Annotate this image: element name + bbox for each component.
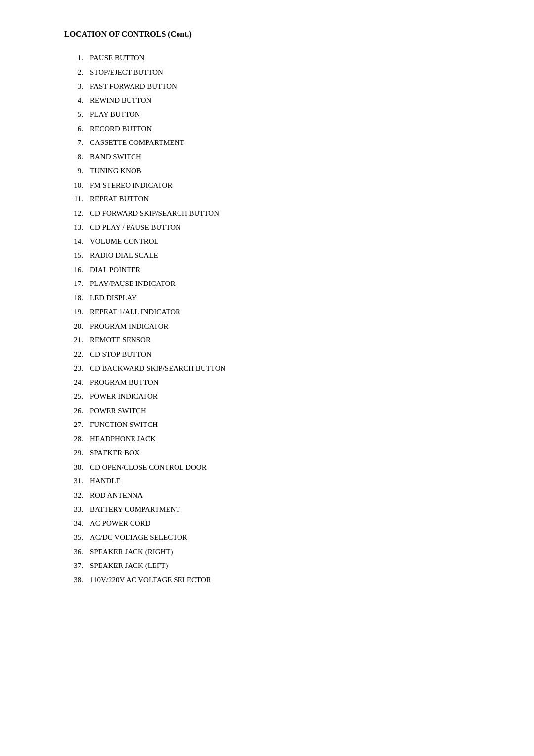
list-number: 3. [64,81,90,92]
list-number: 4. [64,95,90,106]
list-item: 28.HEADPHONE JACK [64,433,485,445]
list-item: 6.RECORD BUTTON [64,123,485,135]
list-number: 18. [64,292,90,304]
list-label: PLAY BUTTON [90,109,140,120]
list-label: DIAL POINTER [90,264,140,276]
list-number: 2. [64,67,90,78]
list-item: 1.PAUSE BUTTON [64,52,485,64]
list-item: 30.CD OPEN/CLOSE CONTROL DOOR [64,462,485,473]
list-number: 22. [64,349,90,360]
list-item: 17.PLAY/PAUSE INDICATOR [64,278,485,289]
list-item: 34.AC POWER CORD [64,518,485,529]
list-number: 12. [64,208,90,219]
list-item: 7.CASSETTE COMPARTMENT [64,137,485,148]
list-item: 5.PLAY BUTTON [64,109,485,120]
list-item: 20.PROGRAM INDICATOR [64,321,485,332]
list-label: ROD ANTENNA [90,490,143,501]
list-label: 110V/220V AC VOLTAGE SELECTOR [90,574,211,586]
list-item: 26.POWER SWITCH [64,405,485,417]
list-label: SPAEKER BOX [90,447,140,459]
list-number: 15. [64,250,90,261]
list-label: PROGRAM BUTTON [90,377,159,388]
list-number: 36. [64,546,90,558]
list-item: 35.AC/DC VOLTAGE SELECTOR [64,532,485,543]
list-label: CASSETTE COMPARTMENT [90,137,184,148]
controls-list: 1.PAUSE BUTTON2.STOP/EJECT BUTTON3.FAST … [64,52,485,585]
list-label: HEADPHONE JACK [90,433,156,445]
list-label: REPEAT 1/ALL INDICATOR [90,306,180,318]
list-label: SPEAKER JACK (RIGHT) [90,546,173,558]
list-item: 11.REPEAT BUTTON [64,193,485,205]
list-item: 37.SPEAKER JACK (LEFT) [64,560,485,571]
list-item: 36.SPEAKER JACK (RIGHT) [64,546,485,558]
list-item: 4.REWIND BUTTON [64,95,485,106]
list-number: 11. [64,193,90,205]
list-label: CD FORWARD SKIP/SEARCH BUTTON [90,208,219,219]
list-number: 34. [64,518,90,529]
list-item: 9.TUNING KNOB [64,165,485,177]
list-item: 33.BATTERY COMPARTMENT [64,504,485,515]
list-label: REWIND BUTTON [90,95,151,106]
list-item: 14.VOLUME CONTROL [64,236,485,247]
list-number: 33. [64,504,90,515]
list-number: 32. [64,490,90,501]
list-label: CD STOP BUTTON [90,349,152,360]
list-number: 17. [64,278,90,289]
list-item: 15.RADIO DIAL SCALE [64,250,485,261]
list-number: 8. [64,151,90,163]
list-label: PROGRAM INDICATOR [90,321,169,332]
list-label: POWER INDICATOR [90,391,158,402]
list-item: 10.FM STEREO INDICATOR [64,180,485,191]
page-title: LOCATION OF CONTROLS (Cont.) [64,30,485,39]
list-number: 1. [64,52,90,64]
list-number: 23. [64,363,90,374]
list-item: 19.REPEAT 1/ALL INDICATOR [64,306,485,318]
list-label: BATTERY COMPARTMENT [90,504,180,515]
list-item: 29.SPAEKER BOX [64,447,485,459]
list-number: 37. [64,560,90,571]
list-label: FAST FORWARD BUTTON [90,81,177,92]
list-label: LED DISPLAY [90,292,137,304]
list-label: VOLUME CONTROL [90,236,159,247]
list-item: 22.CD STOP BUTTON [64,349,485,360]
list-number: 6. [64,123,90,135]
list-number: 35. [64,532,90,543]
list-item: 38.110V/220V AC VOLTAGE SELECTOR [64,574,485,586]
list-item: 18.LED DISPLAY [64,292,485,304]
list-item: 27.FUNCTION SWITCH [64,419,485,430]
list-label: FM STEREO INDICATOR [90,180,172,191]
list-number: 10. [64,180,90,191]
list-label: PAUSE BUTTON [90,52,144,64]
list-item: 13.CD PLAY / PAUSE BUTTON [64,222,485,233]
list-number: 31. [64,475,90,487]
list-number: 27. [64,419,90,430]
list-number: 5. [64,109,90,120]
list-number: 7. [64,137,90,148]
list-number: 19. [64,306,90,318]
list-item: 21.REMOTE SENSOR [64,334,485,346]
list-number: 29. [64,447,90,459]
list-number: 38. [64,574,90,586]
list-item: 8.BAND SWITCH [64,151,485,163]
list-label: POWER SWITCH [90,405,146,417]
list-number: 24. [64,377,90,388]
list-item: 24.PROGRAM BUTTON [64,377,485,388]
list-label: REMOTE SENSOR [90,334,151,346]
list-label: FUNCTION SWITCH [90,419,158,430]
list-label: BAND SWITCH [90,151,141,163]
list-item: 23.CD BACKWARD SKIP/SEARCH BUTTON [64,363,485,374]
list-number: 16. [64,264,90,276]
list-number: 9. [64,165,90,177]
list-number: 26. [64,405,90,417]
list-item: 31.HANDLE [64,475,485,487]
list-label: STOP/EJECT BUTTON [90,67,163,78]
list-label: PLAY/PAUSE INDICATOR [90,278,175,289]
list-item: 3.FAST FORWARD BUTTON [64,81,485,92]
list-label: RADIO DIAL SCALE [90,250,158,261]
list-number: 20. [64,321,90,332]
list-item: 16.DIAL POINTER [64,264,485,276]
list-number: 28. [64,433,90,445]
list-number: 30. [64,462,90,473]
list-item: 32.ROD ANTENNA [64,490,485,501]
list-number: 21. [64,334,90,346]
